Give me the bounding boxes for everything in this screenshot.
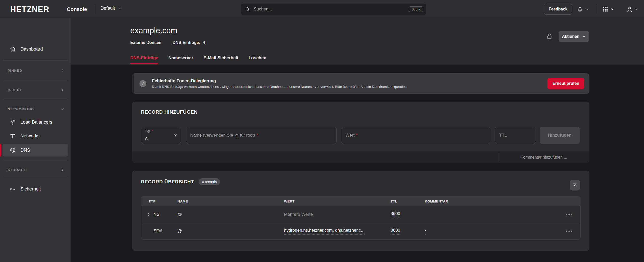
sidebar-item-label: Sicherheit [20, 186, 41, 192]
sidebar-item-label: Load Balancers [20, 120, 52, 125]
sidebar-group-pinned[interactable]: PINNED [0, 66, 71, 75]
records-table: TYP NAME WERT TTL KOMMENTAR NS @ Mehrere… [141, 196, 581, 240]
globe-icon [10, 147, 16, 153]
lock-open-icon [546, 33, 553, 40]
sidebar-item-label: Networks [20, 133, 40, 139]
user-menu-button[interactable] [626, 0, 639, 18]
sidebar-divider [3, 61, 68, 61]
sidebar-item-label: DNS [20, 148, 30, 153]
tab-nameserver[interactable]: Nameserver [169, 55, 193, 63]
sidebar-group-storage[interactable]: STORAGE [0, 165, 71, 174]
table-row-ns: NS @ Mehrere Werte 3600 ••• [141, 206, 580, 223]
notifications-button[interactable] [577, 0, 589, 18]
chevron-down-icon [585, 7, 589, 11]
search-shortcut-badge: Strg K [409, 6, 423, 12]
record-value-cell[interactable]: hydrogen.ns.hetzner.com. dns.hetzner.c..… [284, 228, 365, 235]
home-icon [10, 46, 16, 52]
record-comment-input[interactable]: Kommentar hinzufügen ... [498, 151, 589, 163]
actions-button-label: Aktionen [562, 34, 579, 39]
chevron-down-icon [61, 107, 65, 111]
record-overview-title: RECORD ÜBERSICHT [141, 179, 194, 185]
records-count-label: DNS-Einträge: [173, 40, 200, 45]
record-ttl-input[interactable]: TTL [495, 127, 536, 144]
load-balancer-icon [10, 119, 16, 125]
tab-bar: DNS-Einträge Nameserver E-Mail Sicherhei… [130, 55, 266, 63]
column-header-ttl[interactable]: TTL [391, 199, 397, 203]
chevron-down-icon [611, 7, 614, 11]
apps-menu-button[interactable] [602, 0, 614, 18]
sidebar-item-networks[interactable]: Networks [0, 130, 71, 141]
search-input[interactable]: Suchen... Strg K [241, 4, 426, 15]
key-icon [10, 186, 16, 192]
record-comment-strip: Kommentar hinzufügen ... [132, 151, 589, 163]
sidebar-group-label: PINNED [8, 69, 22, 73]
sidebar-divider [3, 177, 68, 177]
record-comment-cell[interactable]: - [425, 228, 426, 235]
tab-loeschen[interactable]: Löschen [249, 55, 266, 63]
column-header-name[interactable]: NAME [177, 199, 188, 203]
chevron-down-icon [118, 6, 122, 10]
record-type-select[interactable]: Typ* A [141, 127, 181, 144]
required-marker: * [256, 133, 258, 138]
console-label: Console [67, 6, 87, 12]
topbar-divider [95, 5, 95, 14]
filter-button[interactable] [570, 180, 580, 190]
filter-icon [573, 183, 577, 187]
sidebar-item-dns[interactable]: DNS [3, 144, 68, 157]
record-value-input[interactable]: Wert * [341, 127, 490, 144]
page-title: example.com [130, 26, 177, 35]
sidebar-item-label: Dashboard [20, 46, 43, 52]
record-ttl-cell[interactable]: 3600 [391, 228, 400, 235]
column-header-kommentar[interactable]: KOMMENTAR [425, 199, 448, 203]
record-type-value: A [145, 136, 148, 141]
apps-grid-icon [602, 6, 609, 13]
chevron-down-icon [635, 7, 639, 11]
chevron-down-icon [173, 133, 178, 137]
chevron-right-icon [61, 69, 65, 72]
add-record-title: RECORD HINZUFÜGEN [141, 109, 198, 115]
record-type-cell: NS [153, 212, 160, 217]
sidebar-group-cloud[interactable]: CLOUD [0, 85, 71, 94]
search-placeholder: Suchen... [254, 7, 409, 12]
sidebar-item-security[interactable]: Sicherheit [0, 183, 71, 195]
record-name-cell: @ [177, 229, 182, 234]
record-ttl-cell[interactable]: 3600 [391, 211, 400, 218]
column-header-typ[interactable]: TYP [149, 200, 152, 203]
chevron-down-icon [582, 35, 586, 39]
network-icon [10, 133, 16, 139]
record-name-placeholder: Name (verwenden Sie @ für root) [190, 133, 255, 138]
project-selector-label: Default [100, 6, 115, 11]
add-record-submit-button[interactable]: Hinzufügen [540, 127, 580, 144]
expand-row-icon[interactable] [147, 212, 151, 216]
feedback-button[interactable]: Feedback [544, 4, 572, 15]
record-overview-card: RECORD ÜBERSICHT 4 records TYP NAME WERT… [132, 171, 589, 251]
domain-type-label: Externe Domain [130, 40, 161, 45]
sidebar-divider [3, 80, 68, 80]
record-type-cell: SOA [153, 229, 163, 234]
info-icon: i [139, 80, 146, 87]
record-value-placeholder: Wert [345, 133, 355, 138]
sidebar-group-networking[interactable]: NETWORKING [0, 104, 71, 114]
sidebar-divider [3, 161, 68, 161]
sidebar-item-load-balancers[interactable]: Load Balancers [0, 116, 71, 128]
chevron-right-icon [61, 168, 65, 172]
sidebar-divider [3, 100, 68, 100]
tab-dns-eintraege[interactable]: DNS-Einträge [130, 55, 158, 63]
domain-meta: Externe Domain DNS-Einträge: 4 [130, 40, 205, 45]
recheck-button[interactable]: Erneut prüfen [547, 78, 584, 89]
project-selector[interactable]: Default [100, 6, 122, 11]
add-record-card: RECORD HINZUFÜGEN Typ* A Name (verwenden… [132, 102, 589, 151]
hetzner-logo[interactable]: HETZNER [10, 5, 49, 14]
row-menu-button[interactable]: ••• [566, 212, 573, 217]
sidebar-group-label: NETWORKING [8, 107, 34, 111]
required-marker: * [356, 133, 358, 138]
tab-email-sicherheit[interactable]: E-Mail Sicherheit [203, 55, 238, 63]
record-ttl-placeholder: TTL [499, 133, 507, 138]
row-menu-button[interactable]: ••• [566, 228, 573, 234]
record-name-input[interactable]: Name (verwenden Sie @ für root) * [186, 127, 337, 144]
zone-delegation-alert: i Fehlerhafte Zonen-Delegierung Damit DN… [132, 73, 589, 94]
actions-button[interactable]: Aktionen [559, 31, 589, 42]
column-header-wert[interactable]: WERT [284, 199, 294, 203]
record-value-cell: Mehrere Werte [284, 212, 313, 217]
sidebar-item-dashboard[interactable]: Dashboard [0, 43, 71, 55]
